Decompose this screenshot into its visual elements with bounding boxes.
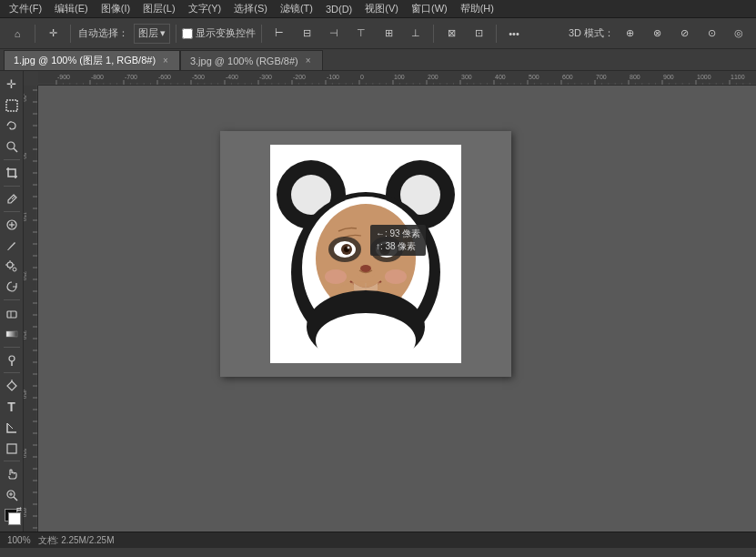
tool-type[interactable]: T	[2, 397, 22, 417]
menu-item-view[interactable]: 视图(V)	[359, 0, 404, 17]
transform-controls-text: 显示变换控件	[196, 26, 256, 40]
tool-dodge[interactable]	[2, 350, 22, 370]
tool-quick-select[interactable]	[2, 137, 22, 157]
dropdown-arrow-icon: ▾	[160, 27, 166, 39]
more-options-button[interactable]: •••	[502, 22, 526, 46]
menu-item-file[interactable]: 文件(F)	[4, 0, 47, 17]
tool-move[interactable]: ✛	[2, 75, 22, 95]
ruler-and-canvas: // Will be drawn via JS below -900-800-7…	[24, 71, 756, 532]
color-swatches[interactable]: ⇄	[2, 506, 22, 526]
doc-size: 文档: 2.25M/2.25M	[38, 534, 115, 547]
menu-item-text[interactable]: 文字(Y)	[183, 0, 227, 17]
align-center-h-button[interactable]: ⊟	[295, 22, 318, 46]
svg-text:800: 800	[630, 74, 640, 80]
tool-zoom[interactable]	[2, 485, 22, 505]
menu-item-layer[interactable]: 图层(L)	[137, 0, 180, 17]
tool-select-rect[interactable]	[2, 96, 22, 116]
tab-2[interactable]: 3.jpg @ 100% (RGB/8#) ×	[180, 50, 323, 70]
3d-mode-btn-1[interactable]: ⊕	[618, 22, 641, 46]
document-area[interactable]: ←: 93 像素 ↑: 38 像素	[38, 86, 756, 532]
auto-select-label: 自动选择：	[76, 26, 130, 40]
align-left-button[interactable]: ⊢	[267, 22, 291, 46]
menu-item-3d[interactable]: 3D(D)	[320, 2, 358, 16]
status-bar: 100% 文档: 2.25M/2.25M	[0, 532, 756, 548]
3d-mode-label: 3D 模式：	[569, 26, 614, 40]
toolbar-separator-3	[176, 25, 176, 43]
tool-separator-1	[4, 159, 20, 160]
menu-item-edit[interactable]: 编辑(E)	[49, 0, 94, 17]
tool-history-brush[interactable]	[2, 278, 22, 298]
svg-text:-200: -200	[293, 74, 306, 80]
3d-mode-btn-5[interactable]: ◎	[727, 22, 751, 46]
3d-icon-2: ⊗	[653, 27, 661, 39]
zoom-level: 100%	[7, 535, 31, 545]
svg-line-3	[12, 197, 15, 199]
tool-pen[interactable]	[2, 376, 22, 396]
align-right-button[interactable]: ⊣	[322, 22, 346, 46]
svg-point-222	[360, 265, 371, 272]
tool-heal[interactable]	[2, 215, 22, 235]
tab-2-label: 3.jpg @ 100% (RGB/8#)	[190, 56, 298, 66]
align-top-button[interactable]: ⊤	[349, 22, 373, 46]
tool-shape[interactable]	[2, 439, 22, 459]
tool-separator-4	[4, 299, 20, 300]
home-icon: ⌂	[15, 28, 21, 39]
menu-item-window[interactable]: 窗口(W)	[406, 0, 453, 17]
svg-text:650: 650	[24, 508, 27, 518]
panda-image	[270, 145, 461, 363]
tool-gradient[interactable]	[2, 324, 22, 344]
align-left-icon: ⊢	[275, 27, 284, 39]
transform-controls-checkbox[interactable]	[182, 28, 193, 39]
svg-point-1	[7, 142, 15, 149]
align-bottom-button[interactable]: ⊥	[404, 22, 428, 46]
3d-mode-btn-3[interactable]: ⊘	[672, 22, 696, 46]
tool-path-select[interactable]	[2, 418, 22, 438]
svg-text:500: 500	[529, 74, 539, 80]
distribute-v-icon: ⊡	[475, 27, 483, 39]
tool-lasso[interactable]	[2, 116, 22, 136]
ruler-v-svg: -5050150250350450550650	[24, 86, 38, 532]
3d-mode-btn-4[interactable]: ⊙	[700, 22, 723, 46]
tool-hand[interactable]	[2, 464, 22, 484]
image-frame: ←: 93 像素 ↑: 38 像素	[270, 145, 461, 363]
auto-select-dropdown[interactable]: 图层 ▾	[134, 24, 170, 44]
align-center-v-button[interactable]: ⊞	[377, 22, 400, 46]
align-bottom-icon: ⊥	[411, 27, 420, 39]
toolbar-separator-2	[70, 25, 71, 43]
menu-item-image[interactable]: 图像(I)	[96, 0, 136, 17]
svg-text:300: 300	[461, 74, 472, 80]
distribute-h-button[interactable]: ⊠	[439, 22, 463, 46]
move-tool-button[interactable]: ✛	[41, 22, 65, 46]
tool-brush[interactable]	[2, 236, 22, 256]
svg-text:250: 250	[24, 271, 27, 281]
tool-eraser[interactable]	[2, 303, 22, 323]
align-top-icon: ⊤	[357, 27, 366, 39]
svg-text:-50: -50	[24, 94, 27, 102]
document-canvas: ←: 93 像素 ↑: 38 像素	[220, 131, 511, 377]
tab-1-close[interactable]: ×	[161, 56, 170, 66]
tool-clone[interactable]	[2, 257, 22, 277]
3d-mode-btn-2[interactable]: ⊗	[645, 22, 669, 46]
align-center-v-icon: ⊞	[385, 27, 393, 39]
menu-item-filter[interactable]: 滤镜(T)	[275, 0, 318, 17]
svg-text:400: 400	[495, 74, 506, 80]
tab-1[interactable]: 1.jpg @ 100% (图层 1, RGB/8#) ×	[4, 50, 180, 70]
3d-icon-5: ◎	[734, 27, 743, 39]
svg-text:600: 600	[562, 74, 573, 80]
menu-item-select[interactable]: 选择(S)	[228, 0, 273, 17]
tool-crop[interactable]	[2, 163, 22, 183]
transform-controls-label[interactable]: 显示变换控件	[182, 26, 256, 40]
home-button[interactable]: ⌂	[5, 22, 29, 46]
svg-text:550: 550	[24, 449, 27, 459]
tab-2-close[interactable]: ×	[304, 56, 313, 66]
distribute-v-button[interactable]: ⊡	[467, 22, 490, 46]
svg-text:700: 700	[596, 74, 607, 80]
toolbox: ✛	[0, 71, 24, 532]
svg-rect-0	[6, 100, 17, 111]
move-icon: ✛	[49, 27, 57, 39]
tool-separator-2	[4, 186, 20, 187]
3d-icon-1: ⊕	[626, 27, 634, 39]
swap-colors-icon[interactable]: ⇄	[16, 506, 22, 513]
menu-item-help[interactable]: 帮助(H)	[455, 0, 499, 17]
tool-eyedropper[interactable]	[2, 189, 22, 209]
